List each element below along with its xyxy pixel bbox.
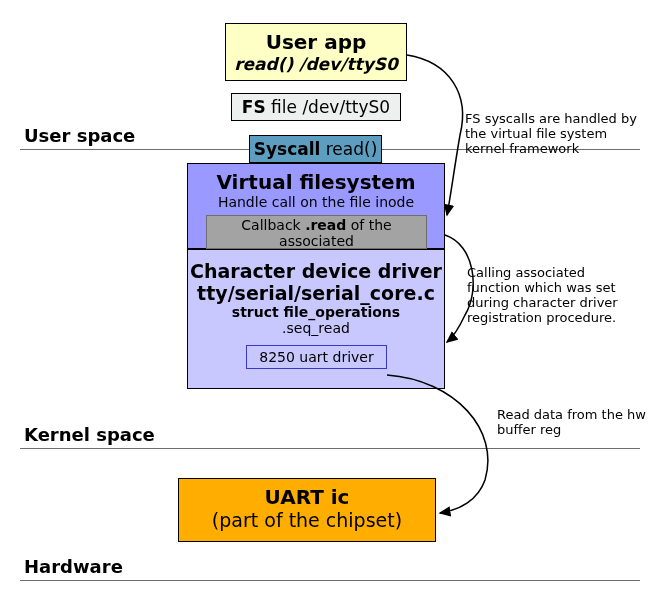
chardrv-subtitle: tty/serial/serial_core.c	[188, 282, 444, 304]
fs-file-rest: file /dev/ttyS0	[266, 97, 390, 117]
vfs-callback-line1: Callback .read of the associated	[207, 217, 426, 249]
uart-driver-label: 8250 uart driver	[259, 349, 373, 365]
user-app-title: User app	[226, 30, 406, 54]
vfs-subtitle: Handle call on the file inode	[188, 194, 444, 210]
user-app-box: User app read() /dev/ttyS0	[225, 23, 407, 81]
kernel-space-label: Kernel space	[24, 424, 155, 445]
syscall-bold: Syscall	[254, 139, 321, 159]
hardware-divider	[20, 580, 640, 581]
fs-file-bold: FS	[242, 97, 266, 117]
uart-ic-box: UART ic (part of the chipset)	[178, 478, 436, 542]
annot-calling-assoc: Calling associated function which was se…	[467, 266, 642, 326]
annot-fs-syscalls: FS syscalls are handled by the virtual f…	[465, 112, 640, 157]
chardrv-box: Character device driver tty/serial/seria…	[187, 249, 445, 389]
uart-driver-box: 8250 uart driver	[246, 345, 387, 369]
user-space-label: User space	[24, 125, 135, 146]
fs-file-box: FS file /dev/ttyS0	[231, 93, 401, 121]
hardware-label: Hardware	[24, 556, 123, 577]
vfs-box: Virtual filesystem Handle call on the fi…	[187, 163, 445, 249]
chardrv-struct: struct file_operations	[188, 304, 444, 320]
annot-read-data: Read data from the hw buffer reg	[497, 408, 647, 438]
uart-ic-title: UART ic	[179, 485, 435, 509]
syscall-box: Syscall read()	[249, 135, 382, 163]
kernel-space-divider	[20, 448, 640, 449]
chardrv-seqread: .seq_read	[188, 320, 444, 336]
vfs-callback-box: Callback .read of the associated struct …	[206, 215, 427, 249]
syscall-rest: read()	[320, 139, 377, 159]
vfs-title: Virtual filesystem	[188, 170, 444, 194]
user-app-subtitle: read() /dev/ttyS0	[226, 54, 406, 74]
chardrv-title: Character device driver	[188, 260, 444, 282]
uart-ic-subtitle: (part of the chipset)	[179, 509, 435, 531]
